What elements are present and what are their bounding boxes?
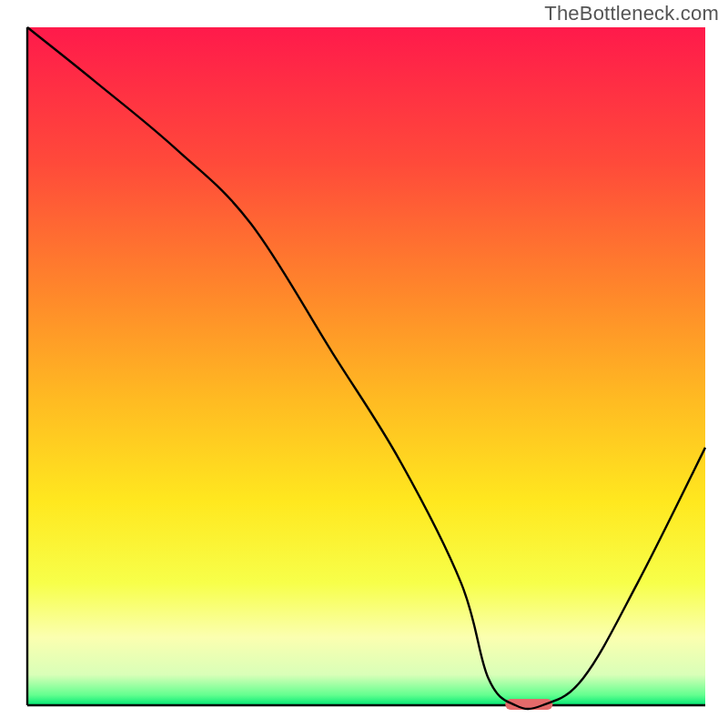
bottleneck-chart bbox=[0, 0, 728, 728]
watermark-text: TheBottleneck.com bbox=[544, 2, 719, 25]
gradient-background bbox=[27, 27, 705, 705]
chart-container: { "watermark": "TheBottleneck.com", "cha… bbox=[0, 0, 728, 728]
